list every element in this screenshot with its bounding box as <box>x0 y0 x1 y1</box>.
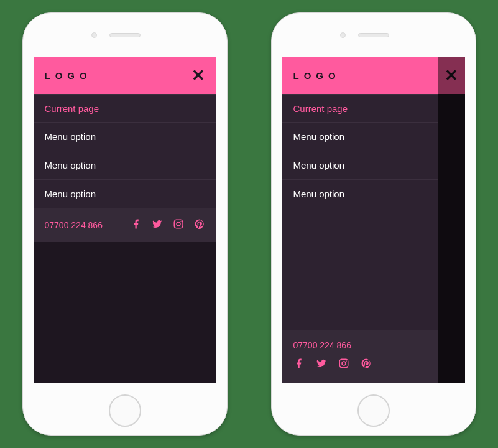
phone-screen-a: LOGO ✕ Current page Menu option Menu opt… <box>34 57 216 383</box>
drawer-spacer <box>282 208 438 330</box>
nav-item-current[interactable]: Current page <box>282 94 438 123</box>
nav-item[interactable]: Menu option <box>282 180 438 208</box>
nav-item-label: Menu option <box>45 131 96 142</box>
phone-speaker <box>109 33 141 37</box>
drawer-overlay[interactable] <box>438 57 465 383</box>
nav-menu: Current page Menu option Menu option Men… <box>282 94 438 208</box>
nav-item-label: Current page <box>45 103 99 114</box>
header-bar: LOGO <box>282 57 438 94</box>
header-bar: LOGO ✕ <box>34 57 216 94</box>
facebook-icon[interactable] <box>293 358 305 371</box>
social-icons <box>293 358 427 371</box>
phone-camera <box>340 32 346 38</box>
nav-item[interactable]: Menu option <box>34 123 216 151</box>
nav-item-label: Menu option <box>45 160 96 170</box>
social-icons <box>131 218 205 232</box>
nav-item[interactable]: Menu option <box>34 180 216 208</box>
nav-item-label: Current page <box>293 103 348 114</box>
phone-camera <box>91 32 97 38</box>
phone-screen-b: ✕ LOGO Current page Menu option Menu opt… <box>282 57 465 383</box>
instagram-icon[interactable] <box>173 218 184 232</box>
twitter-icon[interactable] <box>316 358 327 371</box>
footer-bar: 07700 224 866 <box>282 330 438 383</box>
home-button[interactable] <box>109 394 141 427</box>
phone-speaker <box>358 33 389 37</box>
phone-mockup-a: LOGO ✕ Current page Menu option Menu opt… <box>22 12 228 436</box>
nav-item-label: Menu option <box>293 189 345 199</box>
nav-item-label: Menu option <box>293 160 345 170</box>
phone-number[interactable]: 07700 224 866 <box>293 340 427 350</box>
home-button[interactable] <box>357 394 390 427</box>
twitter-icon[interactable] <box>152 218 163 232</box>
close-icon[interactable]: ✕ <box>191 67 205 83</box>
nav-item[interactable]: Menu option <box>282 151 438 180</box>
nav-item-current[interactable]: Current page <box>34 94 216 123</box>
nav-item-label: Menu option <box>293 131 345 142</box>
nav-item[interactable]: Menu option <box>34 151 216 180</box>
pinterest-icon[interactable] <box>361 358 372 371</box>
footer-bar: 07700 224 866 <box>34 208 216 242</box>
pinterest-icon[interactable] <box>194 218 205 232</box>
nav-menu: Current page Menu option Menu option Men… <box>34 94 216 208</box>
logo[interactable]: LOGO <box>293 70 341 81</box>
instagram-icon[interactable] <box>338 358 349 371</box>
logo[interactable]: LOGO <box>45 70 92 81</box>
nav-item[interactable]: Menu option <box>282 123 438 151</box>
nav-item-label: Menu option <box>45 189 96 199</box>
facebook-icon[interactable] <box>131 218 142 232</box>
phone-number[interactable]: 07700 224 866 <box>45 220 103 230</box>
nav-drawer: LOGO Current page Menu option Menu optio… <box>282 57 438 383</box>
phone-mockup-b: ✕ LOGO Current page Menu option Menu opt… <box>271 12 476 436</box>
